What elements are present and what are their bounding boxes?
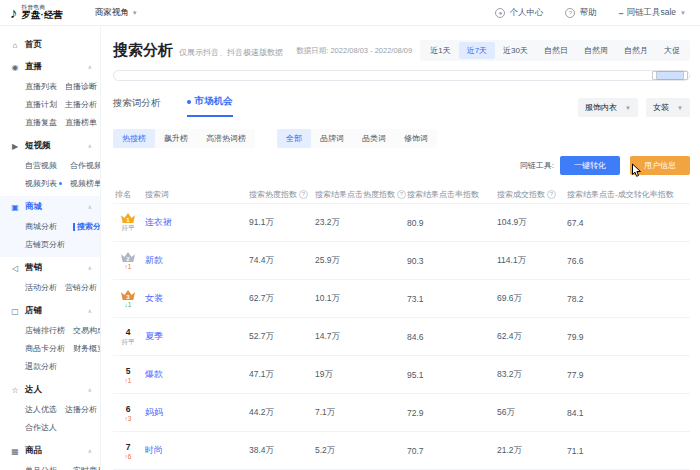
- sidebar-item-anchor-analysis[interactable]: 主播分析: [65, 99, 97, 110]
- sidebar-item-live-plan[interactable]: 直播计划: [25, 99, 57, 110]
- sidebar-item-coop-talent[interactable]: 合作达人: [25, 422, 57, 433]
- range-natural-month[interactable]: 自然月: [616, 42, 656, 59]
- click-rate-value: 80.9: [405, 218, 495, 228]
- conv-value: 71.1: [565, 446, 690, 456]
- keyword-link[interactable]: 妈妈: [143, 406, 247, 419]
- range-30d[interactable]: 近30天: [495, 42, 536, 59]
- topbar: ♪ 抖音电商 罗盘·经营 商家视角 ▼ ● 个人中心 ? 帮助 -- 同链工具s…: [0, 0, 700, 26]
- sidebar-item-search-analysis[interactable]: 搜索分析: [73, 221, 101, 232]
- sidebar-item-trade-structure[interactable]: 交易构成: [73, 325, 101, 336]
- filter-rising-board[interactable]: 飙升榜: [155, 129, 197, 148]
- subcategory-select[interactable]: 女装 ▼: [646, 98, 690, 117]
- category-select[interactable]: 服饰内衣 ▼: [578, 98, 638, 117]
- heat-value: 44.2万: [247, 407, 313, 419]
- sidebar-item-shop-page-analysis[interactable]: 店铺页分析: [25, 239, 65, 250]
- keyword-link[interactable]: 女装: [143, 292, 247, 305]
- sidebar-item-live-ranking[interactable]: 直播榜单: [65, 117, 97, 128]
- app-logo[interactable]: ♪ 抖音电商 罗盘·经营: [10, 5, 63, 21]
- user-info-button[interactable]: 用户信息: [630, 156, 690, 175]
- tab-dot-icon: [187, 100, 191, 104]
- one-key-convert-button[interactable]: 一键转化: [560, 156, 620, 175]
- deal-value: 56万: [495, 407, 565, 419]
- help-link[interactable]: ? 帮助: [565, 7, 596, 19]
- tool-entry-dropdown[interactable]: -- 同链工具sale ▼: [618, 7, 686, 19]
- sidebar-item-live-list[interactable]: 直播列表: [25, 81, 57, 92]
- mall-icon: ▣: [10, 203, 20, 212]
- keyword-link[interactable]: 爆款: [143, 368, 247, 381]
- keyword-link[interactable]: 新款: [143, 254, 247, 267]
- user-icon: ●: [495, 8, 505, 18]
- word-type-filter-group: 全部 品牌词 品类词 修饰词: [277, 129, 437, 148]
- sidebar-section-talent[interactable]: ☆ 达人 ∧: [0, 379, 100, 401]
- sidebar-item-single-product-analysis[interactable]: 单品分析: [25, 465, 65, 470]
- rank-change: ↑3: [125, 415, 132, 422]
- live-icon: ◉: [10, 63, 20, 72]
- info-icon[interactable]: ?: [547, 190, 556, 199]
- keyword-link[interactable]: 时尚: [143, 444, 247, 457]
- tab-search-word-analysis[interactable]: 搜索词分析: [113, 97, 161, 117]
- chevron-up-icon: ∧: [88, 387, 92, 393]
- rank-number: 6: [126, 404, 131, 414]
- sidebar-section-shop[interactable]: ▢ 店铺 ∧: [0, 300, 100, 322]
- sidebar-section-short-video[interactable]: ▶ 短视频 ∧: [0, 135, 100, 157]
- keyword-link[interactable]: 夏季: [143, 330, 247, 343]
- col-rank: 排名: [113, 189, 143, 200]
- sidebar-item-video-ranking[interactable]: 视频榜单: [70, 178, 101, 189]
- conv-value: 84.1: [565, 408, 690, 418]
- sidebar-section-live[interactable]: ◉ 直播 ∧: [0, 56, 100, 78]
- info-icon[interactable]: ?: [299, 190, 308, 199]
- filter-hot-board[interactable]: 热搜榜: [113, 129, 155, 148]
- sidebar-item-talent-live-analysis[interactable]: 达播分析: [65, 404, 97, 415]
- sidebar-item-finance-overview[interactable]: 财务概览: [73, 343, 101, 354]
- range-promo[interactable]: 大促: [656, 42, 688, 59]
- sidebar-label-shop: 店铺: [25, 305, 42, 317]
- tab-market-opportunity[interactable]: 市场机会: [187, 95, 233, 117]
- sidebar-item-refund-analysis[interactable]: 退款分析: [25, 361, 65, 372]
- chevron-up-icon: ∧: [88, 265, 92, 271]
- sidebar-item-live-replay[interactable]: 直播复盘: [25, 117, 57, 128]
- date-range-slider[interactable]: [113, 70, 690, 81]
- click-heat-value: 5.2万: [313, 445, 405, 457]
- filter-modifier-words[interactable]: 修饰词: [395, 129, 437, 148]
- sidebar-item-home[interactable]: ⌂ 首页: [0, 34, 100, 56]
- sidebar-item-activity-analysis[interactable]: 活动分析: [25, 282, 57, 293]
- heat-value: 62.7万: [247, 293, 313, 305]
- sidebar-label-goods: 商品: [25, 445, 42, 457]
- range-7d[interactable]: 近7天: [459, 42, 495, 59]
- new-dot-badge: [59, 182, 62, 185]
- sidebar-label-talent: 达人: [25, 384, 42, 396]
- shop-icon: ▢: [10, 307, 20, 316]
- slider-handle-right[interactable]: [683, 71, 688, 80]
- sidebar-item-marketing-analysis[interactable]: 营销分析: [65, 282, 97, 293]
- sidebar-item-coop-video[interactable]: 合作视频: [70, 160, 101, 171]
- sidebar-item-own-video[interactable]: 自营视频: [25, 160, 62, 171]
- click-rate-value: 73.1: [405, 294, 495, 304]
- question-icon: ?: [565, 8, 575, 18]
- sidebar-item-shop-ranking[interactable]: 店铺排行榜: [25, 325, 65, 336]
- home-icon: ⌂: [10, 41, 20, 50]
- rank-silver-crown-icon: 2: [121, 251, 135, 262]
- sidebar-section-mall[interactable]: ▣ 商城 ∧: [0, 196, 100, 218]
- personal-center-link[interactable]: ● 个人中心: [495, 7, 543, 19]
- filter-all-words[interactable]: 全部: [277, 129, 311, 148]
- filter-category-words[interactable]: 品类词: [353, 129, 395, 148]
- sidebar-item-selfcast-diagnosis[interactable]: 自播诊断: [65, 81, 97, 92]
- board-filter-group: 热搜榜 飙升榜 高潜热词榜: [113, 129, 255, 148]
- sidebar-item-video-list[interactable]: 视频列表: [25, 178, 62, 189]
- sidebar-item-realtime-products[interactable]: 实时商品: [73, 465, 101, 470]
- slider-handle-left[interactable]: [652, 71, 657, 80]
- slider-thumb[interactable]: [654, 71, 686, 80]
- perspective-dropdown[interactable]: 商家视角 ▼: [95, 7, 138, 19]
- sidebar-section-goods[interactable]: ▦ 商品 ∧: [0, 440, 100, 462]
- sidebar-item-mall-analysis[interactable]: 商城分析: [25, 221, 65, 232]
- sidebar-label-live: 直播: [25, 61, 42, 73]
- keyword-link[interactable]: 连衣裙: [143, 216, 247, 229]
- sidebar-item-talent-select[interactable]: 达人优选: [25, 404, 57, 415]
- range-natural-day[interactable]: 自然日: [536, 42, 576, 59]
- sidebar-item-product-card-analysis[interactable]: 商品卡分析: [25, 343, 65, 354]
- range-natural-week[interactable]: 自然周: [576, 42, 616, 59]
- filter-brand-words[interactable]: 品牌词: [311, 129, 353, 148]
- filter-high-potential-board[interactable]: 高潜热词榜: [197, 129, 255, 148]
- range-1d[interactable]: 近1天: [422, 42, 458, 59]
- sidebar-section-marketing[interactable]: ◁ 营销 ∧: [0, 257, 100, 279]
